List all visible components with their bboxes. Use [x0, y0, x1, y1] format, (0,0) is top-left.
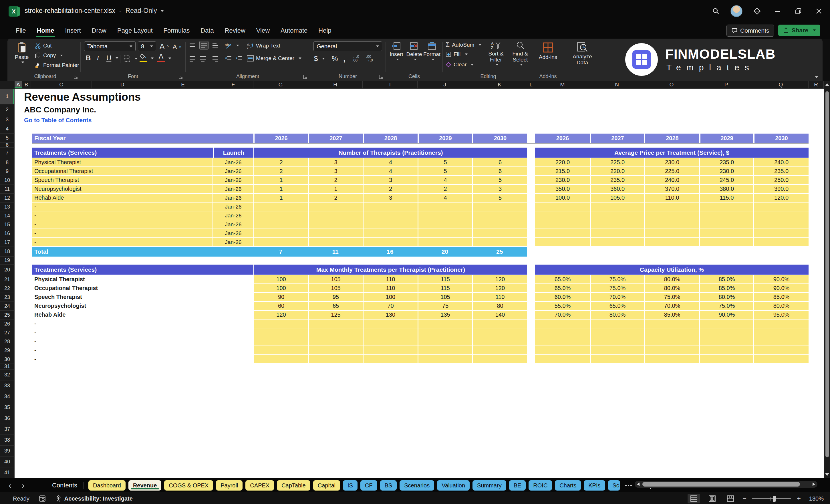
max-treatments-cell[interactable]: 65: [308, 302, 363, 310]
max-treatments-cell[interactable]: [253, 346, 308, 354]
therapist-count-cell[interactable]: 1: [308, 185, 363, 193]
column-header-D[interactable]: D: [92, 81, 153, 89]
max-treatments-cell[interactable]: [418, 346, 472, 354]
sheet-tab-scenarios[interactable]: Scenarios: [400, 480, 434, 491]
row-header-11[interactable]: 11: [0, 185, 14, 194]
max-treatments-cell[interactable]: 140: [472, 311, 527, 319]
max-treatments-cell[interactable]: 100: [363, 293, 418, 301]
avg-price-cell[interactable]: [590, 238, 644, 246]
align-center-button[interactable]: [199, 55, 206, 62]
align-right-button[interactable]: [212, 55, 219, 62]
find-select-button[interactable]: Find & Select: [509, 41, 532, 65]
total-value-cell[interactable]: 20: [418, 247, 472, 257]
menu-tab-file[interactable]: File: [10, 22, 31, 39]
fill-button[interactable]: Fill: [446, 51, 468, 58]
capacity-cell[interactable]: [535, 337, 590, 346]
empty-row-label[interactable]: -: [32, 229, 213, 238]
row-header-37[interactable]: 37: [0, 424, 14, 435]
avg-price-cell[interactable]: 240.0: [753, 158, 808, 166]
sheet-tab-valuation[interactable]: Valuation: [437, 480, 470, 491]
total-value-cell[interactable]: 7: [253, 247, 308, 257]
sheet-tab-bs[interactable]: BS: [380, 480, 397, 491]
launch-date-cell[interactable]: Jan-26: [213, 176, 253, 184]
max-treatments-cell[interactable]: [308, 319, 363, 328]
bold-button[interactable]: B: [86, 55, 91, 62]
row-header-21[interactable]: 21: [0, 275, 14, 284]
max-treatments-cell[interactable]: [363, 337, 418, 346]
title-chevron-down-icon[interactable]: [161, 10, 164, 12]
max-treatments-cell[interactable]: [472, 337, 527, 346]
treatment-name[interactable]: Physical Therapist: [32, 275, 253, 283]
therapist-count-cell[interactable]: 4: [363, 158, 418, 166]
row-header-17[interactable]: 17: [0, 238, 14, 247]
max-treatments-cell[interactable]: [308, 328, 363, 337]
column-header-N[interactable]: N: [590, 81, 644, 89]
avg-price-cell[interactable]: [535, 202, 590, 211]
row-header-7[interactable]: 7: [0, 148, 14, 158]
capacity-cell[interactable]: 85.0%: [699, 275, 753, 283]
more-sheets-icon[interactable]: [625, 485, 632, 486]
align-middle-button[interactable]: [199, 41, 209, 50]
max-treatments-cell[interactable]: [308, 346, 363, 354]
decrease-font-button[interactable]: Av: [173, 43, 181, 50]
avg-price-cell[interactable]: [644, 211, 699, 220]
fiscal-year-cell-2028[interactable]: 2028: [363, 133, 418, 143]
total-value-cell[interactable]: 11: [308, 247, 363, 257]
max-treatments-cell[interactable]: [253, 337, 308, 346]
row-header-28[interactable]: 28: [0, 337, 14, 346]
max-treatments-cell[interactable]: [472, 319, 527, 328]
menu-tab-formulas[interactable]: Formulas: [158, 22, 195, 39]
column-header-R[interactable]: R: [808, 81, 824, 89]
capacity-cell[interactable]: [535, 355, 590, 363]
column-header-L[interactable]: L: [527, 81, 535, 89]
sheet-tab-cf[interactable]: CF: [360, 480, 377, 491]
therapist-count-cell[interactable]: [363, 238, 418, 246]
max-treatments-cell[interactable]: [363, 319, 418, 328]
sort-filter-button[interactable]: AZ Sort & Filter: [486, 41, 506, 65]
scroll-up-icon[interactable]: [825, 83, 829, 86]
row-header-10[interactable]: 10: [0, 176, 14, 185]
capacity-cell[interactable]: [535, 328, 590, 337]
scroll-left-icon[interactable]: [637, 482, 640, 486]
therapist-count-cell[interactable]: 1: [253, 176, 308, 184]
capacity-cell[interactable]: [753, 355, 808, 363]
empty-row-label[interactable]: -: [32, 202, 213, 211]
therapist-count-cell[interactable]: [472, 220, 527, 228]
therapist-count-cell[interactable]: 1: [253, 194, 308, 202]
sheet-tab-payroll[interactable]: Payroll: [216, 480, 243, 491]
avg-price-cell[interactable]: 100.0: [535, 194, 590, 202]
therapist-count-cell[interactable]: 5: [418, 167, 472, 175]
analyze-data-button[interactable]: Analyze Data: [570, 42, 594, 65]
avg-price-cell[interactable]: 230.0: [535, 176, 590, 184]
sheet-tab-is[interactable]: IS: [343, 480, 357, 491]
avg-price-cell[interactable]: [753, 202, 808, 211]
therapist-count-cell[interactable]: 5: [418, 158, 472, 166]
capacity-cell[interactable]: [644, 319, 699, 328]
avg-price-cell[interactable]: [644, 238, 699, 246]
launch-date-cell[interactable]: Jan-26: [213, 202, 253, 211]
italic-button[interactable]: I: [97, 55, 99, 62]
max-treatments-cell[interactable]: 95: [308, 293, 363, 301]
therapist-count-cell[interactable]: 4: [418, 194, 472, 202]
align-left-button[interactable]: [189, 55, 196, 62]
row-header-13[interactable]: 13: [0, 202, 14, 211]
page-layout-view-button[interactable]: [706, 494, 719, 503]
capacity-cell[interactable]: 85.0%: [644, 311, 699, 319]
sheet-nav-left-icon[interactable]: ‹: [8, 480, 11, 491]
avg-price-cell[interactable]: [753, 211, 808, 220]
therapist-count-cell[interactable]: 2: [308, 176, 363, 184]
sheet-tab-revenue[interactable]: Revenue: [128, 480, 161, 491]
align-top-button[interactable]: [189, 42, 196, 48]
number-format-select[interactable]: General: [314, 41, 382, 51]
capacity-cell[interactable]: [644, 346, 699, 354]
row-header-5[interactable]: 5: [0, 133, 14, 143]
avg-price-cell[interactable]: 225.0: [590, 158, 644, 166]
wrap-text-button[interactable]: abc Wrap Text: [247, 43, 280, 49]
empty-row-label[interactable]: -: [32, 346, 253, 354]
horizontal-scrollbar-thumb[interactable]: [642, 482, 800, 486]
zoom-out-button[interactable]: −: [742, 495, 746, 503]
therapist-count-cell[interactable]: [253, 229, 308, 238]
capacity-cell[interactable]: 85.0%: [753, 293, 808, 301]
capacity-cell[interactable]: 80.0%: [644, 284, 699, 292]
therapist-count-cell[interactable]: [363, 202, 418, 211]
